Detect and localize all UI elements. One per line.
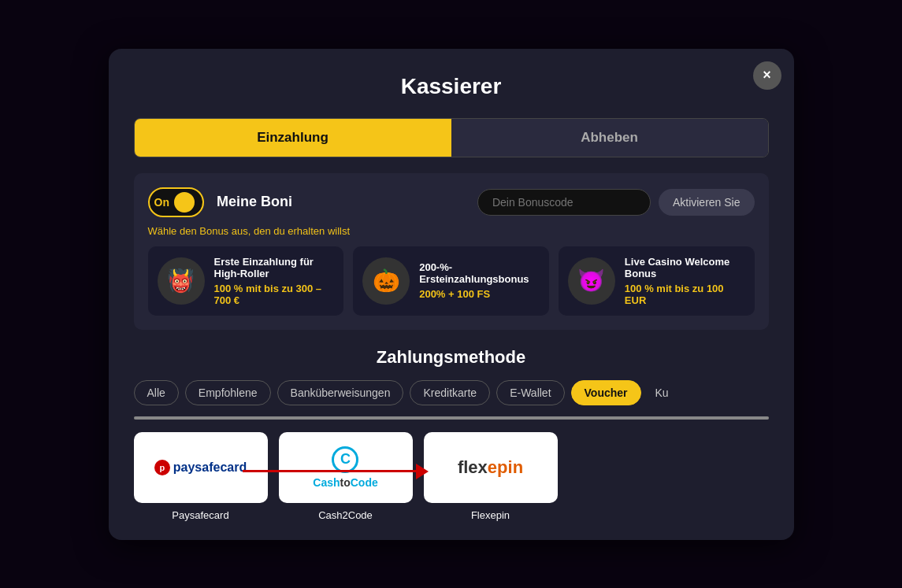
filter-more: Ku xyxy=(648,381,677,405)
tab-abheben[interactable]: Abheben xyxy=(451,119,768,157)
bonus-card-3-title: Live Casino Welcome Bonus xyxy=(625,256,745,279)
modal-title: Kassierer xyxy=(134,74,769,99)
bonus-card-2-value: 200% + 100 FS xyxy=(419,288,540,300)
bonus-header: On Meine Boni Aktivieren Sie xyxy=(148,187,755,217)
filter-alle[interactable]: Alle xyxy=(134,380,179,405)
tab-bar: Einzahlung Abheben xyxy=(134,118,769,157)
bonus-section: On Meine Boni Aktivieren Sie Wähle den B… xyxy=(134,173,769,330)
bonus-card-1-value: 100 % mit bis zu 300 – 700 € xyxy=(214,283,335,306)
scrollbar-track xyxy=(134,416,769,420)
bonus-card-1[interactable]: 👹 Erste Einzahlung für High-Roller 100 %… xyxy=(148,246,344,316)
bonus-toggle[interactable]: On xyxy=(148,187,204,217)
payment-method-flexepin[interactable]: flexepin Flexepin xyxy=(424,432,558,521)
bonus-card-3-value: 100 % mit bis zu 100 EUR xyxy=(625,283,745,306)
scrollbar-thumb xyxy=(134,416,769,420)
arrow-line xyxy=(243,470,416,472)
payment-title: Zahlungsmethode xyxy=(134,347,769,368)
filter-tabs: Alle Empfohlene Banküberweisungen Kredit… xyxy=(134,380,769,405)
bonus-icon-1: 👹 xyxy=(158,257,205,305)
bonus-card-2-title: 200-%-Ersteinzahlungsbonus xyxy=(419,261,540,285)
aktivieren-button[interactable]: Aktivieren Sie xyxy=(659,189,755,216)
bonus-cards: 👹 Erste Einzahlung für High-Roller 100 %… xyxy=(148,246,755,316)
filter-ewallet[interactable]: E-Wallet xyxy=(496,380,564,405)
arrow-indicator xyxy=(243,464,429,479)
close-button[interactable]: × xyxy=(753,61,781,90)
bonus-card-2[interactable]: 🎃 200-%-Ersteinzahlungsbonus 200% + 100 … xyxy=(353,246,549,316)
payment-cards: p paysafecard Paysafecard C CashtoCode C… xyxy=(134,432,769,521)
paysafecard-logo: p paysafecard xyxy=(154,460,247,475)
paysafecard-label: Paysafecard xyxy=(172,509,228,521)
bonus-icon-3: 😈 xyxy=(568,257,615,305)
bonus-subtitle: Wähle den Bonus aus, den du erhalten wil… xyxy=(148,225,755,237)
filter-kreditkarte[interactable]: Kreditkarte xyxy=(410,380,490,405)
modal-container: × Kassierer Einzahlung Abheben On Meine … xyxy=(109,49,794,540)
toggle-label: On xyxy=(154,196,169,209)
bonus-card-1-title: Erste Einzahlung für High-Roller xyxy=(214,256,335,279)
filter-empfohlene[interactable]: Empfohlene xyxy=(185,380,271,405)
filter-banküberweisungen[interactable]: Banküberweisungen xyxy=(277,380,404,405)
flexepin-box: flexepin xyxy=(424,432,558,503)
bonus-card-3[interactable]: 😈 Live Casino Welcome Bonus 100 % mit bi… xyxy=(559,246,755,316)
payment-section: Zahlungsmethode Alle Empfohlene Banküber… xyxy=(134,347,769,521)
flexepin-label: Flexepin xyxy=(471,509,510,521)
cash2code-label: Cash2Code xyxy=(318,509,373,521)
bonus-title: Meine Boni xyxy=(217,194,292,210)
arrow-head xyxy=(416,464,429,479)
bonus-code-area: Aktivieren Sie xyxy=(477,189,755,216)
bonus-code-input[interactable] xyxy=(477,189,651,216)
toggle-circle xyxy=(174,192,195,213)
tab-einzahlung[interactable]: Einzahlung xyxy=(135,119,451,157)
flexepin-logo: flexepin xyxy=(458,457,523,478)
bonus-icon-2: 🎃 xyxy=(362,257,410,305)
filter-voucher[interactable]: Voucher xyxy=(571,380,641,405)
